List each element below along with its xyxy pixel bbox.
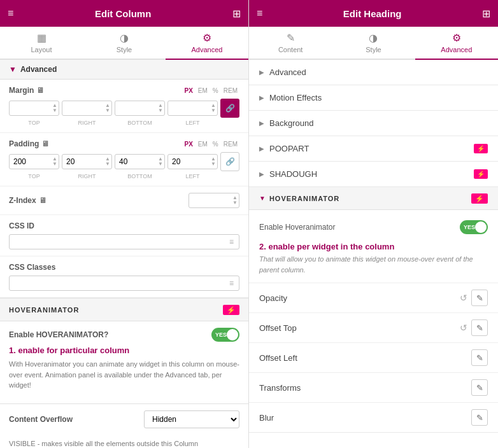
padding-link-button[interactable]: 🔗 <box>220 152 239 171</box>
right-prop-offset-top-edit[interactable]: ✎ <box>471 319 488 336</box>
tab-right-advanced[interactable]: ⚙ Advanced <box>415 27 498 60</box>
margin-bottom-down[interactable]: ▼ <box>157 108 164 113</box>
css-id-label-row: CSS ID <box>9 221 239 230</box>
tab-advanced[interactable]: ⚙ Advanced <box>166 27 248 60</box>
css-id-input-wrap: ≡ <box>9 234 239 249</box>
right-background-header[interactable]: ▶ Background <box>249 111 498 136</box>
css-id-icon: ≡ <box>229 237 234 246</box>
right-prop-transforms-edit[interactable]: ✎ <box>471 379 488 396</box>
z-index-input[interactable] <box>189 193 231 207</box>
margin-top-down[interactable]: ▼ <box>51 108 59 113</box>
right-toggle-wrap[interactable]: YES <box>460 220 488 234</box>
left-menu-icon[interactable]: ≡ <box>8 8 13 19</box>
padding-right-down[interactable]: ▼ <box>104 162 111 167</box>
margin-link-button[interactable]: 🔗 <box>220 99 239 118</box>
left-grid-icon[interactable]: ⊞ <box>232 8 241 20</box>
right-motion-header[interactable]: ▶ Motion Effects <box>249 85 498 111</box>
layout-icon: ▦ <box>37 32 46 44</box>
padding-top-down[interactable]: ▼ <box>51 162 59 167</box>
margin-top-input[interactable] <box>10 101 51 115</box>
z-index-row: Z-Index 🖥 ▲ ▼ <box>9 193 239 208</box>
right-menu-icon[interactable]: ≡ <box>257 8 262 19</box>
padding-unit-rem[interactable]: REM <box>222 140 239 148</box>
padding-top-input[interactable] <box>10 155 51 169</box>
right-prop-opacity-reset[interactable]: ↺ <box>460 293 467 303</box>
left-advanced-label: Advanced <box>20 65 57 74</box>
right-poopart-header[interactable]: ▶ POOPART ⚡ <box>249 136 498 162</box>
right-advanced-arrow: ▶ <box>259 69 264 76</box>
left-hover-header[interactable]: HOVERANIMATOR ⚡ <box>0 298 248 321</box>
right-hover-badge: ⚡ <box>471 193 488 204</box>
margin-unit-rem[interactable]: REM <box>222 87 239 95</box>
margin-left-input[interactable] <box>168 101 210 115</box>
content-overflow-select[interactable]: Hidden Visible Auto Scroll <box>144 410 239 428</box>
margin-unit-em[interactable]: EM <box>196 87 210 95</box>
left-hoveranimator-section: HOVERANIMATOR ⚡ Enable HOVERANIMATOR? YE… <box>0 298 248 448</box>
padding-bottom-input[interactable] <box>115 155 157 169</box>
right-advanced-header[interactable]: ▶ Advanced <box>249 60 498 85</box>
right-prop-offset-top-reset[interactable]: ↺ <box>460 323 467 333</box>
right-hover-title: HOVERANIMATOR <box>269 195 339 202</box>
margin-right-down[interactable]: ▼ <box>104 108 111 113</box>
tab-layout[interactable]: ▦ Layout <box>0 27 83 59</box>
padding-sublabels: TOP RIGHT BOTTOM LEFT <box>9 173 239 179</box>
padding-right-input-wrap: ▲ ▼ <box>62 154 112 169</box>
right-toggle[interactable]: YES <box>460 220 488 234</box>
right-prop-opacity-edit[interactable]: ✎ <box>471 290 488 306</box>
right-header: ≡ Edit Heading ⊞ <box>249 0 498 27</box>
advanced-icon: ⚙ <box>203 32 211 44</box>
padding-unit-px[interactable]: PX <box>183 140 195 148</box>
right-prop-transforms-actions: ✎ <box>471 379 488 396</box>
padding-bottom-down[interactable]: ▼ <box>157 162 164 167</box>
z-index-input-wrap: ▲ ▼ <box>189 193 239 208</box>
right-hover-logo: ⚡ <box>471 193 488 203</box>
margin-monitor-icon: 🖥 <box>36 86 44 95</box>
right-grid-icon[interactable]: ⊞ <box>482 8 490 20</box>
margin-unit-px[interactable]: PX <box>183 87 195 95</box>
left-highlight-text: 1. enable for particular column <box>9 346 239 355</box>
right-shadough-header[interactable]: ▶ SHADOUGH ⚡ <box>249 162 498 187</box>
padding-right-input[interactable] <box>62 155 104 169</box>
css-classes-icon: ≡ <box>229 279 234 288</box>
z-index-down[interactable]: ▼ <box>231 200 239 206</box>
content-overflow-select-wrap: Hidden Visible Auto Scroll <box>144 410 239 428</box>
margin-right-input[interactable] <box>62 101 104 115</box>
margin-bottom-spin: ▲ ▼ <box>157 103 164 113</box>
padding-left-input[interactable] <box>168 155 210 169</box>
right-prop-blur-edit[interactable]: ✎ <box>471 409 488 426</box>
padding-left-down[interactable]: ▼ <box>210 162 217 167</box>
right-background-arrow: ▶ <box>259 120 264 127</box>
margin-unit-selector[interactable]: PX EM % REM <box>183 87 239 95</box>
right-prop-offset-top-label: Offset Top <box>259 323 460 333</box>
padding-unit-selector[interactable]: PX EM % REM <box>183 140 239 148</box>
left-tabs: ▦ Layout ◑ Style ⚙ Advanced <box>0 27 248 60</box>
margin-label-row: Margin 🖥 PX EM % REM <box>9 86 239 95</box>
margin-inputs: ▲ ▼ ▲ ▼ ▲ ▼ <box>9 99 239 118</box>
tab-right-content[interactable]: ✎ Content <box>249 27 332 59</box>
tab-style[interactable]: ◑ Style <box>83 27 166 59</box>
css-classes-input[interactable] <box>15 279 229 288</box>
tab-layout-label: Layout <box>31 46 52 53</box>
left-toggle-wrap[interactable]: YES <box>211 328 239 342</box>
left-advanced-header[interactable]: ▼ Advanced <box>0 60 248 80</box>
tab-right-style[interactable]: ◑ Style <box>332 27 415 59</box>
padding-unit-em[interactable]: EM <box>196 140 210 148</box>
padding-left-spin: ▲ ▼ <box>210 157 217 167</box>
right-prop-offset-left-edit[interactable]: ✎ <box>471 349 488 366</box>
margin-label: Margin 🖥 <box>9 86 44 95</box>
right-shadough-title: SHADOUGH <box>269 169 317 179</box>
margin-unit-pct[interactable]: % <box>211 87 220 95</box>
css-id-input[interactable] <box>15 237 229 246</box>
padding-unit-pct[interactable]: % <box>211 140 220 148</box>
right-poopart-arrow: ▶ <box>259 145 264 152</box>
css-id-group: CSS ID ≡ <box>0 215 248 256</box>
right-hover-header[interactable]: ▼ HOVERANIMATOR ⚡ <box>249 187 498 210</box>
left-toggle[interactable]: YES <box>211 328 239 342</box>
margin-left-down[interactable]: ▼ <box>210 108 217 113</box>
tab-advanced-label: Advanced <box>192 46 223 53</box>
right-shadough-arrow: ▶ <box>259 171 264 178</box>
margin-group: Margin 🖥 PX EM % REM ▲ ▼ <box>0 80 248 133</box>
css-classes-group: CSS Classes ≡ <box>0 256 248 298</box>
margin-bottom-input[interactable] <box>115 101 157 115</box>
right-prop-offset-left-label: Offset Left <box>259 353 471 363</box>
